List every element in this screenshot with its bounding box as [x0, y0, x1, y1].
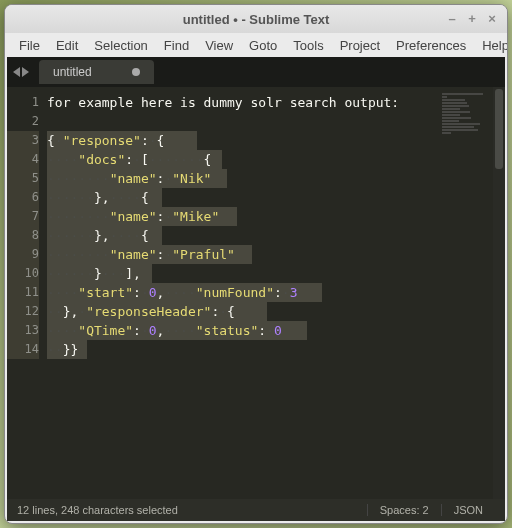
code-line[interactable]: for example here is dummy solr search ou… [47, 93, 438, 112]
menu-help[interactable]: Help [474, 36, 508, 55]
code-line[interactable]: ····"docs":·[·······{ [47, 150, 438, 169]
line-number: 10 [7, 264, 39, 283]
scrollbar-thumb[interactable] [495, 89, 503, 169]
tab-nav [13, 67, 29, 77]
line-number: 7 [7, 207, 39, 226]
code-line[interactable]: ········"name":·"Praful" [47, 245, 438, 264]
maximize-button[interactable]: + [465, 12, 479, 26]
code-line[interactable]: ······},····{ [47, 188, 438, 207]
menu-selection[interactable]: Selection [86, 36, 155, 55]
dirty-indicator-icon [132, 68, 140, 76]
code-line[interactable]: ····"start":·0,····"numFound":·3 [47, 283, 438, 302]
close-button[interactable]: × [485, 12, 499, 26]
next-tab-icon[interactable] [22, 67, 29, 77]
code-line[interactable]: {·"response":·{ [47, 131, 438, 150]
tab-bar: untitled [7, 57, 505, 87]
menu-find[interactable]: Find [156, 36, 197, 55]
window-controls: – + × [445, 12, 499, 26]
status-bar: 12 lines, 248 characters selected Spaces… [7, 499, 505, 521]
menu-edit[interactable]: Edit [48, 36, 86, 55]
line-number: 9 [7, 245, 39, 264]
menu-preferences[interactable]: Preferences [388, 36, 474, 55]
code-line[interactable]: ······},····{ [47, 226, 438, 245]
line-number: 14 [7, 340, 39, 359]
status-selection: 12 lines, 248 characters selected [17, 504, 367, 516]
tab-label: untitled [53, 65, 92, 79]
code-content[interactable]: for example here is dummy solr search ou… [47, 87, 438, 499]
line-number: 13 [7, 321, 39, 340]
minimize-button[interactable]: – [445, 12, 459, 26]
menubar: FileEditSelectionFindViewGotoToolsProjec… [5, 33, 507, 57]
line-number: 1 [7, 93, 39, 112]
minimap[interactable] [438, 87, 493, 499]
status-indent[interactable]: Spaces: 2 [367, 504, 441, 516]
menu-tools[interactable]: Tools [285, 36, 331, 55]
menu-project[interactable]: Project [332, 36, 388, 55]
menu-view[interactable]: View [197, 36, 241, 55]
menu-file[interactable]: File [11, 36, 48, 55]
line-number: 11 [7, 283, 39, 302]
code-line[interactable]: ··}} [47, 340, 438, 359]
code-line[interactable]: ··},·"responseHeader":·{ [47, 302, 438, 321]
status-syntax[interactable]: JSON [441, 504, 495, 516]
window-title: untitled • - Sublime Text [13, 12, 499, 27]
vertical-scrollbar[interactable] [493, 87, 505, 499]
line-number: 12 [7, 302, 39, 321]
editor-area: untitled 1234567891011121314 for example… [7, 57, 505, 499]
line-number: 8 [7, 226, 39, 245]
line-number: 4 [7, 150, 39, 169]
editor-body[interactable]: 1234567891011121314 for example here is … [7, 87, 505, 499]
app-window: untitled • - Sublime Text – + × FileEdit… [4, 4, 508, 524]
line-number: 2 [7, 112, 39, 131]
tab-untitled[interactable]: untitled [39, 60, 154, 84]
menu-goto[interactable]: Goto [241, 36, 285, 55]
line-number: 3 [7, 131, 39, 150]
prev-tab-icon[interactable] [13, 67, 20, 77]
code-line[interactable]: ········"name":·"Nik" [47, 169, 438, 188]
titlebar[interactable]: untitled • - Sublime Text – + × [5, 5, 507, 33]
line-gutter: 1234567891011121314 [7, 87, 47, 499]
line-number: 5 [7, 169, 39, 188]
line-number: 6 [7, 188, 39, 207]
code-line[interactable]: ······}···], [47, 264, 438, 283]
code-line[interactable] [47, 112, 438, 131]
code-line[interactable]: ········"name":·"Mike" [47, 207, 438, 226]
code-line[interactable]: ····"QTime":·0,····"status":·0 [47, 321, 438, 340]
minimap-preview [442, 93, 487, 133]
